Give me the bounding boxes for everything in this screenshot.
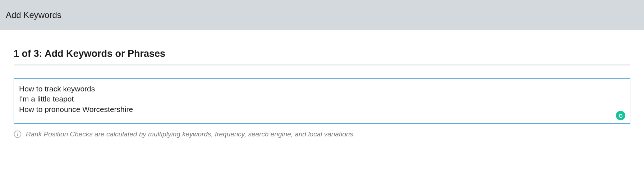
step-heading: 1 of 3: Add Keywords or Phrases (14, 48, 630, 59)
keywords-textarea[interactable] (14, 78, 630, 124)
info-text: Rank Position Checks are calculated by m… (26, 130, 355, 138)
modal-content: 1 of 3: Add Keywords or Phrases G i Rank… (0, 30, 644, 145)
info-row: i Rank Position Checks are calculated by… (14, 130, 630, 138)
modal-title: Add Keywords (6, 10, 638, 20)
divider (14, 64, 630, 65)
svg-text:i: i (17, 132, 18, 137)
info-icon: i (14, 130, 22, 138)
keywords-textarea-wrap: G (14, 78, 630, 125)
modal-header: Add Keywords (0, 0, 644, 30)
